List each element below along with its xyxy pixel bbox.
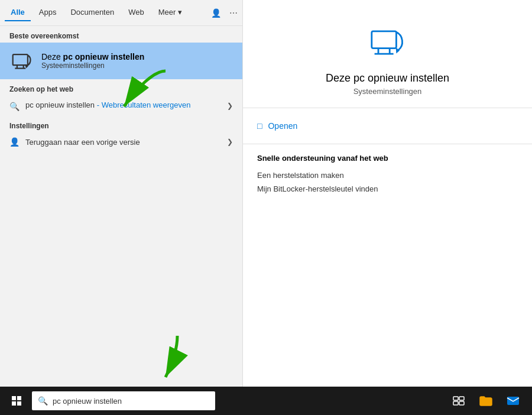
- best-match-header: Beste overeenkomst: [0, 26, 242, 43]
- open-action[interactable]: □ Openen: [257, 118, 518, 134]
- detail-web-link-1[interactable]: Een herstelstation maken: [257, 168, 518, 182]
- svg-rect-5: [371, 31, 396, 48]
- tab-web[interactable]: Web: [122, 4, 150, 21]
- mail-button[interactable]: [501, 389, 525, 413]
- settings-icon: 👤: [9, 137, 20, 147]
- svg-rect-14: [453, 401, 458, 405]
- svg-rect-16: [507, 397, 519, 405]
- detail-web-header: Snelle ondersteuning vanaf het web: [257, 154, 518, 163]
- best-match-subtitle: Systeeminstellingen: [41, 61, 144, 70]
- open-icon: □: [257, 121, 262, 131]
- tab-documenten[interactable]: Documenten: [64, 4, 120, 21]
- taskbar: 🔍 pc opnieuw instellen: [0, 387, 532, 415]
- svg-rect-13: [459, 397, 464, 400]
- chevron-right-icon: ❯: [227, 102, 233, 110]
- detail-web-link-2[interactable]: Mijn BitLocker-herstelsleutel vinden: [257, 182, 518, 196]
- user-icon[interactable]: 👤: [211, 8, 221, 18]
- task-view-button[interactable]: [447, 389, 471, 413]
- detail-header: Deze pc opnieuw instellen Systeeminstell…: [243, 0, 532, 108]
- settings-item[interactable]: 👤 Teruggaan naar een vorige versie ❯: [0, 132, 242, 151]
- file-explorer-button[interactable]: [474, 389, 498, 413]
- svg-rect-0: [13, 54, 28, 65]
- detail-subtitle: Systeeminstellingen: [353, 87, 422, 96]
- svg-marker-9: [395, 47, 399, 53]
- tab-bar: Alle Apps Documenten Web Meer ▾ 👤 ⋯: [0, 0, 242, 26]
- results-panel: Beste overeenkomst: [0, 26, 242, 387]
- taskbar-search-text: pc opnieuw instellen: [53, 397, 122, 406]
- detail-title: Deze pc opnieuw instellen: [326, 72, 449, 85]
- open-label: Openen: [268, 121, 297, 131]
- chevron-right-icon-2: ❯: [227, 138, 233, 146]
- best-match-item[interactable]: Deze pc opnieuw instellen Systeeminstell…: [0, 43, 242, 79]
- detail-actions: □ Openen: [243, 108, 532, 144]
- search-icon: 🔍: [9, 102, 20, 111]
- desktop: Alle Apps Documenten Web Meer ▾ 👤 ⋯ Best…: [0, 0, 532, 415]
- svg-rect-15: [459, 401, 464, 405]
- detail-web-section: Snelle ondersteuning vanaf het web Een h…: [243, 144, 532, 205]
- web-section-header: Zoeken op het web: [0, 79, 242, 96]
- best-match-title: Deze pc opnieuw instellen: [41, 52, 144, 61]
- tab-bar-right: 👤 ⋯: [211, 8, 238, 18]
- web-search-text: pc opnieuw instellen - Webresultaten wee…: [25, 100, 190, 109]
- tab-apps[interactable]: Apps: [33, 4, 63, 21]
- search-panel: Alle Apps Documenten Web Meer ▾ 👤 ⋯ Best…: [0, 0, 242, 387]
- taskbar-search-icon: 🔍: [38, 396, 48, 406]
- detail-panel: Deze pc opnieuw instellen Systeeminstell…: [242, 0, 532, 387]
- settings-item-text: Teruggaan naar een vorige versie: [25, 138, 140, 147]
- web-search-left: 🔍 pc opnieuw instellen - Webresultaten w…: [9, 100, 190, 111]
- settings-section-header: Instellingen: [0, 116, 242, 132]
- settings-item-left: 👤 Teruggaan naar een vorige versie: [9, 137, 140, 147]
- tab-bar-left: Alle Apps Documenten Web Meer ▾: [5, 4, 188, 21]
- windows-logo-icon: [12, 396, 21, 406]
- tab-alle[interactable]: Alle: [5, 4, 31, 21]
- taskbar-search-box[interactable]: 🔍 pc opnieuw instellen: [32, 391, 215, 410]
- tab-meer[interactable]: Meer ▾: [153, 4, 188, 21]
- web-search-item[interactable]: 🔍 pc opnieuw instellen - Webresultaten w…: [0, 96, 242, 116]
- detail-reset-icon: [369, 24, 407, 64]
- reset-pc-icon: [9, 48, 34, 73]
- start-button[interactable]: [2, 387, 31, 415]
- best-match-text: Deze pc opnieuw instellen Systeeminstell…: [41, 52, 144, 70]
- svg-rect-12: [453, 397, 458, 400]
- more-options-icon[interactable]: ⋯: [229, 8, 238, 18]
- taskbar-icons: [447, 389, 530, 413]
